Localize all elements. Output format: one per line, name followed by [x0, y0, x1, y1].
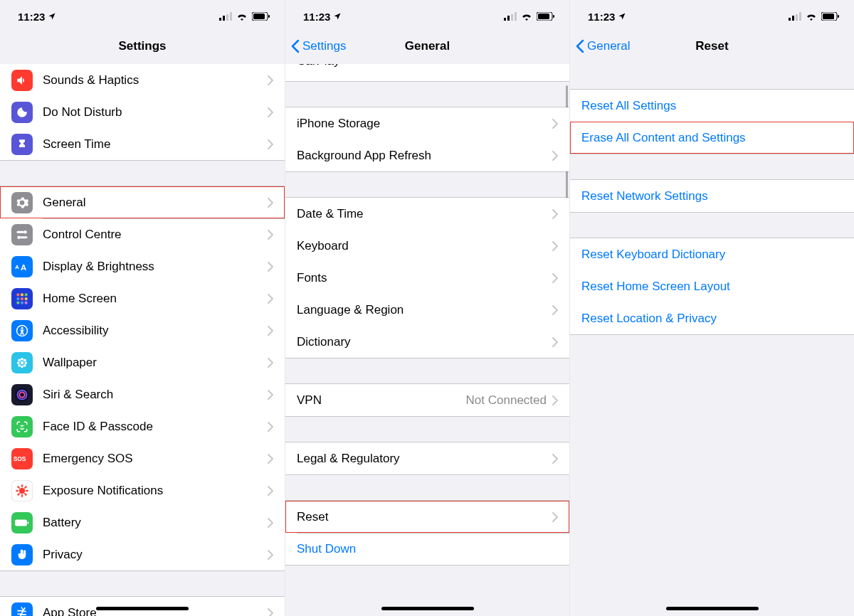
home-indicator[interactable]: [666, 607, 759, 610]
list-row[interactable]: Control Centre: [0, 218, 285, 250]
list-row[interactable]: Siri & Search: [0, 378, 285, 410]
svg-rect-60: [507, 16, 510, 21]
chevron-right-icon: [552, 273, 558, 283]
list-row[interactable]: Keyboard: [285, 230, 569, 262]
svg-rect-20: [21, 301, 23, 304]
chevron-right-icon: [268, 608, 273, 617]
chevron-right-icon: [552, 454, 558, 464]
settings-list[interactable]: Sounds & HapticsDo Not DisturbScreen Tim…: [0, 64, 285, 616]
hand-icon: [11, 544, 33, 565]
chevron-right-icon: [268, 486, 273, 496]
chevron-right-icon: [268, 390, 273, 400]
list-row[interactable]: VPNNot Connected: [285, 384, 569, 416]
svg-rect-57: [15, 519, 27, 526]
battery-icon: [252, 12, 270, 21]
chevron-right-icon: [268, 262, 273, 272]
chevron-right-icon: [268, 75, 273, 85]
svg-point-51: [16, 489, 18, 492]
list-row[interactable]: General: [0, 186, 285, 218]
svg-point-30: [23, 359, 26, 361]
list-row[interactable]: Sounds & Haptics: [0, 64, 285, 96]
chevron-right-icon: [268, 107, 273, 117]
list-row[interactable]: Home Screen: [0, 282, 285, 314]
general-list[interactable]: CarPlayiPhone StorageBackground App Refr…: [285, 64, 569, 616]
list-row[interactable]: Face ID & Passcode: [0, 410, 285, 442]
row-label: Home Screen: [43, 292, 268, 306]
chevron-right-icon: [552, 119, 558, 129]
list-row[interactable]: Exposure Notifications: [0, 474, 285, 506]
list-row[interactable]: Reset: [285, 501, 569, 533]
svg-point-37: [23, 425, 25, 426]
svg-rect-6: [268, 15, 270, 18]
chevron-right-icon: [268, 358, 273, 368]
svg-rect-67: [792, 16, 794, 21]
list-row[interactable]: Do Not Disturb: [0, 96, 285, 128]
wifi-icon: [806, 12, 817, 21]
back-button[interactable]: Settings: [291, 28, 346, 64]
row-label: Reset: [297, 510, 552, 524]
list-row[interactable]: Wallpaper: [0, 346, 285, 378]
status-bar: 11:23: [0, 0, 285, 28]
list-row[interactable]: Reset Location & Privacy: [570, 302, 854, 334]
list-row[interactable]: iPhone Storage: [285, 107, 569, 139]
siri-icon: [11, 384, 33, 405]
list-row[interactable]: Dictionary: [285, 326, 569, 358]
chevron-right-icon: [268, 294, 273, 304]
home-indicator[interactable]: [96, 607, 189, 610]
list-row[interactable]: Date & Time: [285, 198, 569, 230]
nav-title: Reset: [695, 39, 728, 53]
row-label: Face ID & Passcode: [43, 420, 268, 434]
list-row[interactable]: Privacy: [0, 538, 285, 570]
wifi-icon: [236, 12, 248, 21]
chevron-right-icon: [552, 209, 558, 219]
general-screen: 11:23 Settings G: [285, 0, 569, 616]
back-button[interactable]: General: [576, 28, 630, 64]
list-row[interactable]: Screen Time: [0, 128, 285, 160]
list-row[interactable]: Accessibility: [0, 314, 285, 346]
chevron-right-icon: [268, 454, 273, 464]
list-row[interactable]: CarPlay: [285, 64, 569, 81]
svg-rect-21: [25, 301, 28, 304]
svg-text:A: A: [21, 262, 26, 271]
list-row[interactable]: Reset Home Screen Layout: [570, 270, 854, 302]
svg-rect-0: [219, 18, 221, 21]
svg-rect-58: [28, 521, 29, 524]
row-label: Date & Time: [297, 207, 552, 221]
row-label: iPhone Storage: [297, 117, 552, 131]
list-row[interactable]: Language & Region: [285, 294, 569, 326]
list-row[interactable]: Reset Network Settings: [570, 180, 854, 212]
list-row[interactable]: SOSEmergency SOS: [0, 442, 285, 474]
row-label: General: [43, 196, 268, 210]
row-label: Background App Refresh: [297, 149, 552, 163]
svg-rect-13: [17, 293, 20, 296]
list-row[interactable]: Battery: [0, 506, 285, 538]
list-row[interactable]: Reset Keyboard Dictionary: [570, 238, 854, 270]
list-row[interactable]: Legal & Regulatory: [285, 442, 569, 474]
home-indicator[interactable]: [381, 607, 474, 610]
row-label: Emergency SOS: [43, 452, 268, 466]
svg-rect-17: [21, 297, 23, 300]
nav-bar: Settings: [0, 28, 285, 64]
svg-point-53: [17, 486, 19, 488]
svg-rect-68: [796, 14, 798, 21]
list-row[interactable]: Reset All Settings: [570, 90, 854, 122]
svg-point-23: [21, 326, 23, 329]
nav-bar: Settings General: [285, 28, 569, 64]
reset-list[interactable]: Reset All SettingsErase All Content and …: [570, 64, 854, 616]
list-row[interactable]: Erase All Content and Settings: [570, 122, 854, 154]
svg-rect-18: [25, 297, 28, 300]
svg-rect-15: [25, 293, 28, 296]
list-row[interactable]: AADisplay & Brightness: [0, 250, 285, 282]
list-row[interactable]: Shut Down: [285, 533, 569, 565]
back-label: General: [587, 39, 630, 53]
svg-rect-64: [538, 14, 549, 19]
list-row[interactable]: Fonts: [285, 262, 569, 294]
flower-icon: [11, 352, 33, 373]
svg-point-40: [19, 487, 25, 493]
covid-icon: [11, 480, 33, 501]
list-row[interactable]: Background App Refresh: [285, 139, 569, 171]
svg-point-26: [21, 365, 23, 368]
svg-point-27: [17, 361, 20, 364]
svg-rect-9: [20, 236, 28, 238]
chevron-right-icon: [552, 512, 558, 522]
